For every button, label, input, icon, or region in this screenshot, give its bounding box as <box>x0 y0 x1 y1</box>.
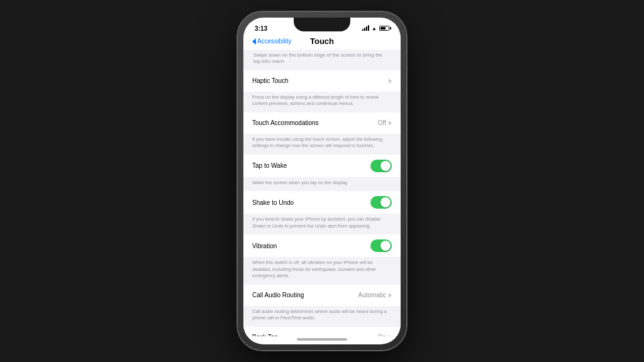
status-icons: ▲ <box>362 26 389 31</box>
wifi-icon: ▲ <box>372 26 377 31</box>
vibration-label: Vibration <box>252 243 370 250</box>
card-back-tap: Back Tap On <box>243 327 401 336</box>
chevron-icon <box>389 121 392 126</box>
card-call-audio-routing: Call Audio Routing Automatic <box>243 285 401 306</box>
phone-frame: 3:13 ▲ Accessibility Touch <box>237 11 407 351</box>
home-indicator <box>297 338 347 341</box>
chevron-icon <box>389 293 392 298</box>
call-audio-routing-value: Automatic <box>358 292 386 299</box>
call-audio-routing-label: Call Audio Routing <box>252 292 358 299</box>
page-title: Touch <box>310 36 334 46</box>
section-call-audio-routing: Call Audio Routing Automatic Call audio … <box>243 285 401 327</box>
card-touch-accommodations: Touch Accommodations Off <box>243 112 401 134</box>
tap-to-wake-description: Wake the screen when you tap on the disp… <box>243 177 401 192</box>
notch <box>294 18 350 31</box>
section-shake-to-undo: Shake to Undo If you tend to shake your … <box>243 191 401 234</box>
section-back-tap: Back Tap On Double or triple tap on the … <box>243 327 401 336</box>
tap-to-wake-toggle[interactable] <box>370 160 392 172</box>
nav-bar: Accessibility Touch <box>243 35 401 50</box>
section-vibration: Vibration When this switch is off, all v… <box>243 234 401 285</box>
row-touch-accommodations[interactable]: Touch Accommodations Off <box>243 112 401 134</box>
row-call-audio-routing[interactable]: Call Audio Routing Automatic <box>243 285 401 306</box>
haptic-touch-label: Haptic Touch <box>252 77 389 84</box>
row-back-tap[interactable]: Back Tap On <box>243 327 401 336</box>
phone-screen: 3:13 ▲ Accessibility Touch <box>243 18 401 344</box>
back-tap-value: On <box>378 334 386 336</box>
back-button[interactable]: Accessibility <box>252 38 291 45</box>
card-vibration: Vibration <box>243 234 401 257</box>
chevron-icon <box>389 79 392 84</box>
tap-to-wake-label: Tap to Wake <box>252 162 370 169</box>
card-shake-to-undo: Shake to Undo <box>243 191 401 214</box>
touch-accommodations-label: Touch Accommodations <box>252 119 378 126</box>
vibration-description: When this switch is off, all vibration o… <box>243 257 401 285</box>
back-tap-label: Back Tap <box>252 334 378 336</box>
shake-to-undo-description: If you tend to shake your iPhone by acci… <box>243 214 401 234</box>
back-label: Accessibility <box>257 38 291 45</box>
status-time: 3:13 <box>255 25 267 32</box>
shake-to-undo-label: Shake to Undo <box>252 199 370 206</box>
section-haptic-touch: Haptic Touch Press on the display using … <box>243 70 401 112</box>
signal-icon <box>362 26 369 31</box>
section-tap-to-wake: Tap to Wake Wake the screen when you tap… <box>243 155 401 192</box>
card-haptic-touch: Haptic Touch <box>243 70 401 92</box>
row-shake-to-undo[interactable]: Shake to Undo <box>243 191 401 214</box>
section-touch-accommodations: Touch Accommodations Off If you have tro… <box>243 112 401 155</box>
row-haptic-touch[interactable]: Haptic Touch <box>243 70 401 92</box>
chevron-icon <box>389 335 392 336</box>
touch-accommodations-description: If you have trouble using the touch scre… <box>243 134 401 155</box>
row-vibration[interactable]: Vibration <box>243 234 401 257</box>
vibration-toggle[interactable] <box>370 239 392 252</box>
scroll-content[interactable]: Swipe down on the bottom edge of the scr… <box>243 50 401 336</box>
battery-icon <box>379 26 389 31</box>
top-description: Swipe down on the bottom edge of the scr… <box>243 50 401 70</box>
haptic-touch-description: Press on the display using a different l… <box>243 92 401 112</box>
card-tap-to-wake: Tap to Wake <box>243 155 401 177</box>
chevron-left-icon <box>252 38 256 45</box>
touch-accommodations-value: Off <box>378 119 386 126</box>
row-tap-to-wake[interactable]: Tap to Wake <box>243 155 401 177</box>
shake-to-undo-toggle[interactable] <box>370 196 392 209</box>
call-audio-routing-description: Call audio routing determines where audi… <box>243 306 401 327</box>
